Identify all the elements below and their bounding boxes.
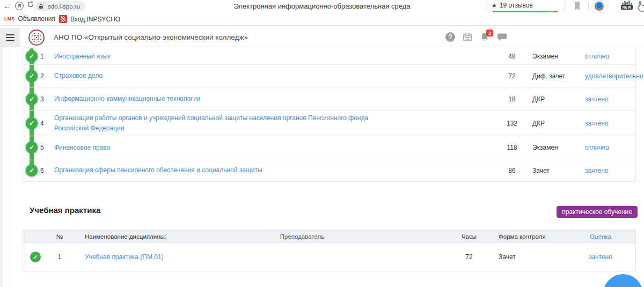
- discipline-link[interactable]: Информационно-коммуникационные технологи…: [54, 94, 387, 104]
- bookmark-flag-icon[interactable]: [574, 2, 581, 11]
- control-form: Экзамен: [528, 53, 582, 60]
- lms-favicon: LMS: [4, 16, 14, 21]
- table-row: ✓ 2 Страховое дело 72 Диф. зачет удовлет…: [23, 65, 635, 87]
- completed-check-icon: ✓: [30, 252, 41, 262]
- table-row: ✓ 5 Финансовое право 118 Экзамен отлично: [23, 136, 635, 159]
- star-icon: ★: [492, 2, 497, 9]
- bookmark-inpsycho[interactable]: Вход.INPSYCHO: [59, 15, 120, 23]
- collapsed-sidebar: [0, 47, 3, 287]
- college-logo: [28, 30, 45, 46]
- hours-value: 72: [496, 72, 528, 80]
- reviews-rating-bar: [493, 11, 558, 12]
- control-form: Зачет: [491, 253, 566, 261]
- bookmark-label: Вход.INPSYCHO: [70, 16, 120, 23]
- calendar-icon[interactable]: [463, 32, 472, 42]
- table-row: ✓ 6 Организация сферы пенсионного обеспе…: [23, 159, 635, 181]
- header-discipline: Наименование дисциплины:: [71, 233, 195, 240]
- completed-check-icon: ✓: [26, 165, 38, 176]
- control-form: Зачет: [528, 167, 582, 174]
- reviews-label: 19 отзывов: [500, 2, 533, 9]
- college-name: АНО ПО «Открытый социально-экономический…: [54, 33, 248, 41]
- row-number: 3: [40, 95, 54, 103]
- new-badge: NEW: [621, 5, 633, 10]
- control-form: Диф. зачет: [528, 72, 582, 80]
- completed-check-icon: ✓: [26, 142, 38, 153]
- reviews-button[interactable]: ★ 19 отзывов: [492, 2, 533, 9]
- app-header: АНО ПО «Открытый социально-экономический…: [0, 28, 644, 47]
- practice-type-badge[interactable]: практическое обучение: [557, 206, 638, 218]
- notification-count-badge: 3: [486, 30, 493, 36]
- emblem-favicon: [59, 15, 67, 23]
- bookmark-label: Объявления: [18, 15, 55, 23]
- grade-link[interactable]: удовлетворительно: [582, 72, 635, 80]
- grade-link[interactable]: зачтено: [582, 120, 635, 127]
- completed-check-icon: ✓: [26, 70, 38, 82]
- browser-toolbar: ← Я sdo.i-spo.ru Электронная информацион…: [0, 0, 644, 13]
- toolbar-divider: [486, 2, 486, 11]
- table-row: ✓ 4 Организация работы органов и учрежде…: [23, 111, 635, 136]
- discipline-link[interactable]: Иностранный язык: [54, 51, 387, 62]
- header-hours: Часы: [448, 233, 491, 240]
- content-divider: [9, 47, 9, 287]
- table-row: ✓ 1 Иностранный язык 48 Экзамен отлично: [23, 48, 635, 65]
- row-number: 4: [40, 120, 54, 127]
- menu-hamburger-button[interactable]: [0, 28, 20, 47]
- disciplines-table: ✓ 1 Иностранный язык 48 Экзамен отлично …: [23, 48, 636, 182]
- toolbar-divider: [565, 2, 565, 11]
- grade-link[interactable]: зачтено: [582, 95, 635, 103]
- screen: ← Я sdo.i-spo.ru Электронная информацион…: [0, 0, 644, 287]
- grade-link[interactable]: отлично: [582, 144, 635, 151]
- discipline-link[interactable]: Организация работы органов и учреждений …: [54, 113, 387, 133]
- grade-link[interactable]: зачтено: [582, 167, 635, 174]
- row-number: 5: [40, 144, 54, 151]
- hours-value: 132: [496, 120, 528, 127]
- completed-check-icon: ✓: [26, 117, 38, 129]
- discipline-link[interactable]: Организация сферы пенсионного обеспечени…: [54, 165, 387, 175]
- discipline-link[interactable]: Финансовое право: [54, 143, 387, 153]
- bookmarks-bar: LMS Объявления Вход.INPSYCHO: [0, 13, 644, 26]
- table-header-row: № Наименование дисциплины: Преподаватель…: [23, 230, 635, 243]
- completed-check-icon: ✓: [26, 50, 38, 62]
- sparkle-icon: [621, 1, 633, 5]
- control-form: Экзамен: [528, 144, 582, 151]
- discipline-link[interactable]: Страховое дело: [54, 71, 387, 81]
- hours-value: 48: [496, 53, 528, 60]
- practice-table: № Наименование дисциплины: Преподаватель…: [23, 230, 636, 271]
- new-extension-icon[interactable]: NEW: [621, 1, 633, 12]
- grade-link[interactable]: зачтено: [566, 253, 635, 261]
- row-number: 1: [40, 53, 54, 60]
- hours-value: 86: [496, 167, 528, 174]
- extension-icon[interactable]: [595, 2, 604, 11]
- row-number: 1: [48, 253, 71, 261]
- row-number: 2: [40, 72, 54, 80]
- table-row: ✓ 1 Учебная практика (ПМ.01) 72 Зачет за…: [23, 243, 635, 271]
- completed-check-icon: ✓: [26, 93, 38, 105]
- table-row: ✓ 3 Информационно-коммуникационные техно…: [23, 87, 635, 111]
- section-title: Учебная практика: [30, 205, 100, 215]
- discipline-link[interactable]: Учебная практика (ПМ.01): [71, 253, 195, 261]
- bookmark-announcements[interactable]: LMS Объявления: [4, 15, 55, 23]
- chat-widget-button[interactable]: [603, 274, 643, 287]
- messages-icon[interactable]: [497, 33, 507, 42]
- hours-value: 18: [496, 95, 528, 103]
- hours-value: 72: [448, 253, 491, 261]
- control-form: ДКР: [528, 95, 582, 103]
- toolbar-divider: [588, 2, 589, 11]
- header-number: №: [48, 233, 71, 240]
- grade-link[interactable]: отлично: [582, 53, 635, 60]
- header-control: Форма контроля: [491, 233, 566, 240]
- header-teacher: Преподаватель: [195, 233, 409, 240]
- header-grade: Оценка: [566, 233, 635, 240]
- control-form: ДКР: [528, 120, 582, 127]
- hand-pointer-icon[interactable]: [636, 1, 644, 12]
- help-icon[interactable]: ?: [445, 32, 455, 42]
- hours-value: 118: [496, 144, 528, 151]
- browser-tab-title: Электронная информационно-образовательна…: [0, 2, 644, 10]
- row-number: 6: [40, 167, 54, 174]
- notifications-bell-icon[interactable]: 3: [480, 32, 489, 42]
